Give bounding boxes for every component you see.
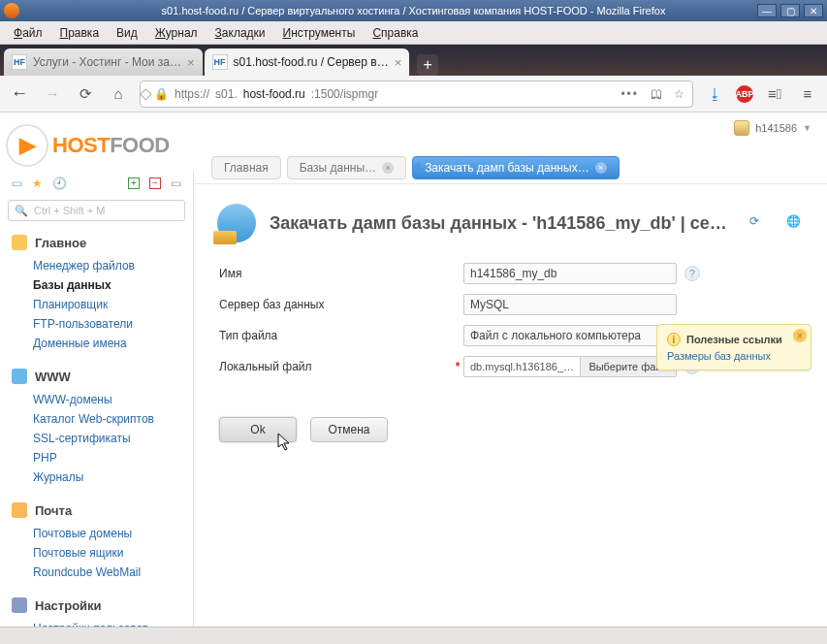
tip-title: Полезные ссылки: [686, 334, 782, 345]
input-server[interactable]: [463, 294, 677, 315]
library-button[interactable]: ≡⃓: [763, 82, 786, 106]
reader-icon[interactable]: 🕮: [651, 87, 662, 101]
required-star: *: [452, 360, 463, 373]
hamburger-menu-button[interactable]: ≡: [796, 82, 819, 106]
sidebar-group-head[interactable]: WWW: [0, 365, 193, 388]
menu-edit[interactable]: Правка: [52, 23, 108, 43]
group-icon: [12, 235, 27, 250]
sidebar-group-head[interactable]: Главное: [0, 231, 193, 254]
menu-bookmarks[interactable]: Закладки: [207, 23, 273, 43]
tab-close-icon[interactable]: ×: [187, 55, 195, 70]
sidebar-item[interactable]: SSL-сертификаты: [33, 429, 193, 448]
history-icon[interactable]: 🕘: [52, 177, 67, 190]
main-content: Главная Базы данны…× Закачать дамп базы …: [194, 151, 827, 627]
favorites-icon[interactable]: ★: [32, 177, 43, 190]
menu-tools[interactable]: Инструменты: [275, 23, 364, 43]
sidebar-search[interactable]: 🔍 Ctrl + Shift + M: [8, 200, 185, 221]
downloads-button[interactable]: ⭳: [703, 82, 726, 106]
reload-button[interactable]: ⟳: [74, 82, 97, 106]
sidebar-toggle-icon[interactable]: ▭: [12, 177, 22, 190]
expand-all-icon[interactable]: +: [128, 177, 140, 189]
page-actions-icon[interactable]: •••: [620, 87, 639, 101]
favicon-icon: HF: [212, 54, 228, 70]
sidebar-item[interactable]: Доменные имена: [33, 334, 193, 353]
logo-text-b: FOOD: [110, 133, 170, 157]
sidebar-item[interactable]: PHP: [33, 448, 193, 467]
tab-close-icon[interactable]: ×: [395, 55, 402, 70]
group-title: Главное: [35, 236, 86, 250]
user-name: h141586: [755, 122, 797, 134]
sidebar: ▭ ★ 🕘 + − ▭ 🔍 Ctrl + Shift + M ГлавноеМе…: [0, 171, 194, 627]
crumb-db[interactable]: Базы данны…×: [287, 156, 406, 179]
help-globe-icon[interactable]: 🌐: [786, 214, 804, 232]
sidebar-menu-icon[interactable]: ▭: [171, 177, 181, 190]
sidebar-item[interactable]: FTP-пользователи: [33, 314, 193, 334]
crumb-current: Закачать дамп базы данных…×: [412, 156, 620, 179]
group-icon: [12, 369, 27, 384]
file-name: db.mysql.h136186_met.: [464, 361, 580, 372]
upload-db-icon: [217, 204, 256, 242]
group-icon: [12, 597, 27, 613]
search-icon: 🔍: [15, 205, 28, 217]
close-icon[interactable]: ×: [382, 162, 394, 174]
tab-label: s01.host-food.ru / Сервер в…: [234, 55, 389, 69]
close-icon[interactable]: ×: [793, 329, 807, 342]
crumb-home[interactable]: Главная: [211, 156, 281, 179]
menu-history[interactable]: Журнал: [147, 23, 206, 43]
input-type[interactable]: [463, 325, 677, 346]
window-close-button[interactable]: ✕: [804, 4, 823, 17]
adblock-icon[interactable]: ABP: [736, 85, 753, 103]
collapse-all-icon[interactable]: −: [149, 177, 161, 189]
user-badge[interactable]: h141586 ▼: [734, 120, 811, 136]
help-icon[interactable]: ?: [684, 266, 700, 281]
back-button[interactable]: ←: [8, 82, 31, 106]
page-content: h141586 ▼ ▶ HOSTFOOD ▭ ★ 🕘 + − ▭ 🔍 Ctrl …: [0, 113, 827, 627]
menu-view[interactable]: Вид: [109, 23, 145, 43]
close-icon[interactable]: ×: [595, 162, 607, 174]
cancel-button[interactable]: Отмена: [310, 417, 388, 442]
breadcrumb: Главная Базы данны…× Закачать дамп базы …: [194, 151, 827, 184]
label-server: Сервер баз данных: [219, 298, 328, 311]
input-file[interactable]: db.mysql.h136186_met. Выберите файл: [463, 356, 677, 377]
menu-file[interactable]: Файл: [6, 23, 50, 43]
url-path: :1500/ispmgr: [311, 87, 378, 101]
sidebar-item[interactable]: Почтовые домены: [33, 524, 193, 543]
label-file: Локальный файл: [219, 360, 316, 373]
group-title: Настройки: [35, 598, 102, 613]
sidebar-item[interactable]: Менеджер файлов: [33, 256, 193, 275]
brand-logo: ▶ HOSTFOOD: [6, 124, 170, 167]
firefox-icon: [4, 3, 19, 18]
refresh-icon[interactable]: ⟳: [749, 214, 767, 232]
group-title: Почта: [35, 503, 72, 518]
url-sub: s01.: [215, 87, 238, 101]
window-maximize-button[interactable]: ▢: [780, 4, 800, 17]
sidebar-group-head[interactable]: Почта: [0, 499, 193, 522]
label-name: Имя: [219, 267, 245, 280]
sidebar-item[interactable]: Почтовые ящики: [33, 543, 193, 563]
lock-icon: 🔒: [154, 87, 169, 101]
url-bar[interactable]: ⃟ 🔒 https://s01.host-food.ru:1500/ispmgr…: [140, 80, 693, 108]
menu-help[interactable]: Справка: [365, 23, 426, 43]
ok-button[interactable]: Ok: [219, 417, 297, 442]
sidebar-item[interactable]: Планировщик: [33, 295, 193, 314]
sidebar-item[interactable]: Roundcube WebMail: [33, 563, 193, 582]
sidebar-item[interactable]: Журналы: [33, 467, 193, 487]
input-name[interactable]: [463, 263, 677, 284]
url-scheme: https://: [175, 87, 209, 101]
tip-link[interactable]: Размеры баз данных: [667, 350, 771, 362]
sidebar-item[interactable]: Базы данных: [33, 275, 193, 295]
new-tab-button[interactable]: +: [417, 54, 438, 76]
home-button[interactable]: ⌂: [107, 82, 130, 106]
window-minimize-button[interactable]: —: [757, 4, 777, 17]
browser-tab-inactive[interactable]: HF Услуги - Хостинг - Мои за… ×: [4, 48, 203, 76]
window-title: s01.host-food.ru / Сервер виртуального х…: [162, 5, 666, 16]
sidebar-item[interactable]: Каталог Web-скриптов: [33, 409, 193, 429]
label-type: Тип файла: [219, 329, 281, 342]
browser-tab-active[interactable]: HF s01.host-food.ru / Сервер в… ×: [205, 48, 410, 76]
sidebar-group-head[interactable]: Настройки: [0, 594, 193, 617]
bookmark-star-icon[interactable]: ☆: [674, 87, 684, 101]
sidebar-item[interactable]: WWW-домены: [33, 390, 193, 409]
forward-button[interactable]: →: [41, 82, 64, 106]
browser-toolbar: ← → ⟳ ⌂ ⃟ 🔒 https://s01.host-food.ru:150…: [0, 76, 827, 113]
url-domain: host-food.ru: [243, 87, 305, 101]
